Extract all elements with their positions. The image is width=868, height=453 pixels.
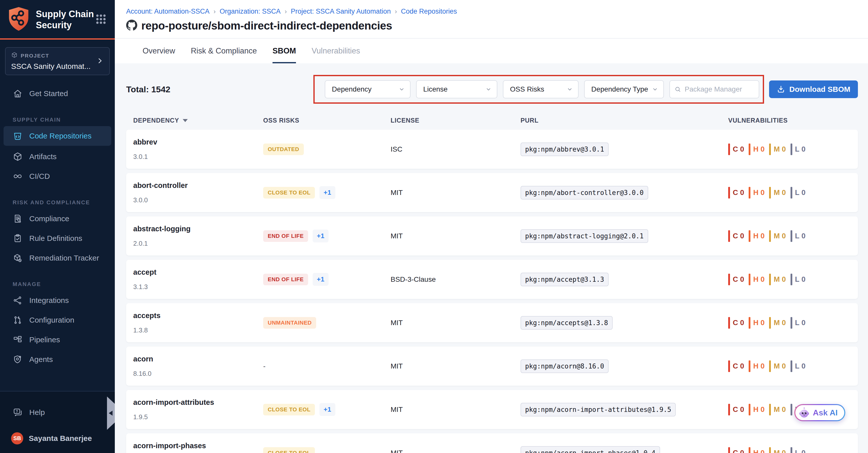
- filter-annotation-box: Dependency License OSS Risks Dependency …: [313, 75, 764, 104]
- more-risks-badge[interactable]: +1: [319, 186, 335, 199]
- vuln-severity-bar: [728, 230, 730, 242]
- oss-risks-cell: OUTDATED: [263, 143, 391, 155]
- chevron-down-icon: [398, 86, 405, 93]
- configuration-icon: [12, 315, 23, 325]
- vuln-count-medium: M0: [769, 317, 786, 329]
- table-row[interactable]: accept 3.1.3 END OF LIFE+1 BSD-3-Clause …: [126, 260, 858, 299]
- infinity-icon: [12, 171, 23, 181]
- dropdown-label: OSS Risks: [510, 85, 544, 93]
- package-manager-input[interactable]: [685, 85, 754, 93]
- oss-risks-cell: UNMAINTAINED: [263, 317, 391, 329]
- vuln-severity-bar: [769, 404, 771, 415]
- oss-risk-badge: UNMAINTAINED: [263, 317, 316, 329]
- vuln-count-medium: M0: [769, 360, 786, 372]
- purl-cell: pkg:npm/acorn@8.16.0: [521, 359, 728, 373]
- table-row[interactable]: abort-controller 3.0.0 CLOSE TO EOL+1 MI…: [126, 173, 858, 212]
- sidebar-item-cicd[interactable]: CI/CD: [0, 166, 115, 186]
- vuln-count-medium: M0: [769, 230, 786, 242]
- vuln-severity-bar: [769, 143, 771, 155]
- user-menu[interactable]: SB Sayanta Banerjee: [0, 432, 115, 445]
- tab-vulnerabilities[interactable]: Vulnerabilities: [312, 39, 360, 63]
- page-header: Account: Automation-SSCA › Organization:…: [115, 0, 868, 38]
- table-header: DEPENDENCY OSS RISKS LICENSE PURL VULNER…: [126, 117, 858, 124]
- more-risks-badge[interactable]: +1: [313, 273, 329, 286]
- vuln-count-medium: M0: [769, 143, 786, 155]
- sidebar-item-integrations[interactable]: Integrations: [0, 291, 115, 310]
- sidebar-item-agents[interactable]: Agents: [0, 350, 115, 369]
- vuln-count-high: H0: [749, 230, 765, 242]
- breadcrumb-project[interactable]: Project: SSCA Sanity Automation: [291, 7, 391, 15]
- sidebar-item-compliance[interactable]: Compliance: [0, 209, 115, 228]
- table-row[interactable]: acorn 8.16.0 - MIT pkg:npm/acorn@8.16.0 …: [126, 347, 858, 386]
- sidebar-item-configuration[interactable]: Configuration: [0, 310, 115, 330]
- dependency-cell: abstract-logging 2.0.1: [133, 225, 263, 248]
- vuln-count-medium: M0: [769, 404, 786, 415]
- home-icon: [12, 89, 23, 99]
- box-wrench-icon: [12, 253, 23, 263]
- sidebar-item-get-started[interactable]: Get Started: [0, 84, 115, 103]
- vuln-severity-bar: [790, 360, 792, 372]
- oss-risk-badge: CLOSE TO EOL: [263, 447, 315, 453]
- sidebar-item-label: Rule Definitions: [29, 234, 82, 242]
- tab-risk-compliance[interactable]: Risk & Compliance: [191, 39, 257, 63]
- accent-divider: [0, 38, 115, 40]
- tab-sbom[interactable]: SBOM: [273, 39, 296, 63]
- dropdown-label: Dependency Type: [591, 85, 648, 93]
- dependency-version: 3.0.1: [133, 153, 263, 161]
- vuln-count-medium: M0: [769, 274, 786, 285]
- breadcrumb-organization[interactable]: Organization: SSCA: [220, 7, 281, 15]
- breadcrumb-code-repositories[interactable]: Code Repositories: [401, 7, 457, 15]
- code-repository-icon: [12, 131, 23, 141]
- dependency-cell: abbrev 3.0.1: [133, 138, 263, 161]
- sidebar-item-pipelines[interactable]: Pipelines: [0, 330, 115, 350]
- more-risks-badge[interactable]: +1: [313, 229, 329, 242]
- oss-risks-filter-dropdown[interactable]: OSS Risks: [503, 80, 579, 98]
- table-row[interactable]: accepts 1.3.8 UNMAINTAINED MIT pkg:npm/a…: [126, 303, 858, 342]
- vuln-count-critical: C0: [728, 274, 744, 285]
- license-filter-dropdown[interactable]: License: [416, 80, 497, 98]
- tab-bar: Overview Risk & Compliance SBOM Vulnerab…: [115, 38, 868, 63]
- dependency-name: abbrev: [133, 138, 263, 146]
- vuln-severity-bar: [769, 447, 771, 453]
- vuln-count-critical: C0: [728, 360, 744, 372]
- sidebar-item-rule-definitions[interactable]: Rule Definitions: [0, 228, 115, 248]
- column-header-dependency-sort[interactable]: DEPENDENCY: [133, 117, 263, 124]
- dependency-type-filter-dropdown[interactable]: Dependency Type: [584, 80, 664, 98]
- oss-risk-badge: END OF LIFE: [263, 230, 308, 242]
- dependency-filter-dropdown[interactable]: Dependency: [325, 80, 410, 98]
- download-sbom-button[interactable]: Download SBOM: [769, 80, 858, 98]
- chevron-down-icon: [652, 86, 658, 93]
- breadcrumb-account[interactable]: Account: Automation-SSCA: [126, 7, 210, 15]
- vuln-severity-bar: [728, 274, 730, 285]
- oss-risks-cell: CLOSE TO EOL: [263, 447, 391, 453]
- sidebar-item-remediation-tracker[interactable]: Remediation Tracker: [0, 248, 115, 268]
- sidebar-item-label: Configuration: [29, 316, 74, 324]
- tab-overview[interactable]: Overview: [143, 39, 175, 63]
- dependency-name: acorn: [133, 355, 263, 363]
- purl-value: pkg:npm/accept@3.1.3: [521, 273, 609, 286]
- oss-risks-cell: CLOSE TO EOL+1: [263, 403, 391, 416]
- table-row[interactable]: abbrev 3.0.1 OUTDATED ISC pkg:npm/abbrev…: [126, 130, 858, 169]
- app-grid-icon[interactable]: [96, 14, 106, 26]
- vuln-count-high: H0: [749, 447, 765, 453]
- vuln-severity-bar: [749, 143, 750, 155]
- artifact-box-icon: [12, 152, 23, 162]
- more-risks-badge[interactable]: +1: [319, 403, 335, 416]
- oss-risk-badge: OUTDATED: [263, 143, 304, 155]
- app-title: Supply Chain Security: [36, 8, 94, 31]
- app-header: Supply Chain Security: [0, 0, 115, 38]
- section-label-risk-compliance: RISK AND COMPLIANCE: [12, 199, 115, 206]
- ask-ai-button[interactable]: Ask AI: [794, 404, 845, 421]
- sidebar-item-artifacts[interactable]: Artifacts: [0, 147, 115, 166]
- vuln-count-low: L0: [790, 230, 806, 242]
- vuln-severity-bar: [749, 230, 750, 242]
- project-selector[interactable]: PROJECT SSCA Sanity Automat...: [5, 47, 110, 75]
- table-row[interactable]: acorn-import-phases 1.0.4 CLOSE TO EOL M…: [126, 433, 858, 453]
- sidebar-item-code-repositories[interactable]: Code Repositories: [3, 126, 111, 146]
- breadcrumb: Account: Automation-SSCA › Organization:…: [126, 7, 868, 15]
- table-row[interactable]: abstract-logging 2.0.1 END OF LIFE+1 MIT…: [126, 217, 858, 256]
- table-row[interactable]: acorn-import-attributes 1.9.5 CLOSE TO E…: [126, 390, 858, 429]
- vuln-count-high: H0: [749, 404, 765, 415]
- purl-cell: pkg:npm/accept@3.1.3: [521, 273, 728, 286]
- sidebar-item-help[interactable]: ? Help: [0, 402, 115, 422]
